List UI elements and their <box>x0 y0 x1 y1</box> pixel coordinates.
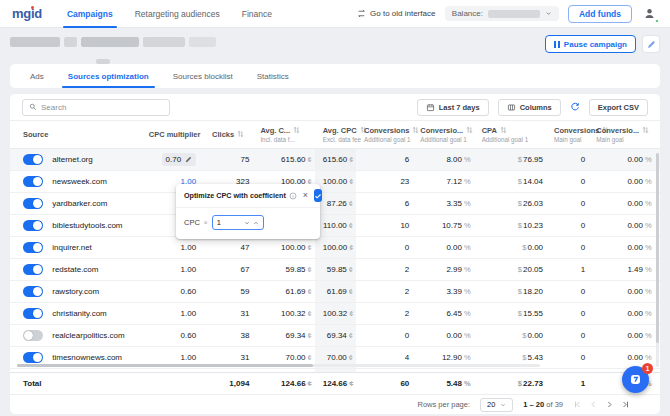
cpc-multiplier[interactable]: 0.60 <box>181 331 197 340</box>
conversions-additional-cell: 0 <box>356 324 412 346</box>
source-cell: inquirer.net <box>10 236 141 258</box>
source-toggle[interactable] <box>23 308 43 319</box>
cpc-multiplier[interactable]: 0.70 <box>162 153 197 166</box>
column-header[interactable]: Clicks <box>204 121 252 148</box>
horizontal-scrollbar[interactable] <box>17 364 540 367</box>
source-cell <box>10 368 141 372</box>
search-input[interactable] <box>41 103 163 112</box>
clicks-cell <box>204 368 252 372</box>
top-nav-tab[interactable]: Finance <box>231 0 283 28</box>
cpa-additional-cell: $0.00 <box>474 236 546 258</box>
source-toggle[interactable] <box>23 264 43 275</box>
next-page-button[interactable] <box>605 400 614 409</box>
cpc-multiplier[interactable]: 1.00 <box>181 353 197 362</box>
sort-icon[interactable] <box>466 126 473 134</box>
mgid-logo[interactable]: mgid <box>12 7 42 20</box>
source-toggle[interactable] <box>23 352 43 363</box>
conversions-additional-cell: 6 <box>356 148 412 170</box>
total-row: Total 1,094 124.66¢ 124.66¢ 60 5.48% $22… <box>10 372 660 394</box>
column-header[interactable]: Conversions Additional goal 1 <box>356 121 412 148</box>
balance-dropdown[interactable]: Balance: <box>445 6 559 21</box>
column-header[interactable]: CPA Additional goal 1 <box>474 121 546 148</box>
top-nav-tab[interactable]: Campaigns <box>56 0 124 28</box>
step-down-icon[interactable] <box>244 220 250 226</box>
edit-campaign-button[interactable] <box>642 35 660 53</box>
top-nav-tab[interactable]: Retargeting audiences <box>124 0 231 28</box>
source-name: yardbarker.com <box>52 199 107 208</box>
column-header[interactable]: Conversions Main goal <box>546 121 588 148</box>
cpc-multiplier[interactable]: 1.00 <box>181 243 197 252</box>
export-csv-button[interactable]: Export CSV <box>589 99 648 116</box>
stepper-controls <box>244 220 259 226</box>
horizontal-scrollbar-thumb[interactable] <box>17 364 313 367</box>
campaign-tab[interactable]: Sources optimization <box>56 64 161 88</box>
rows-per-page-select[interactable]: 20 <box>480 398 513 412</box>
conversions-main-cell: 0 <box>546 346 588 368</box>
cpc-multiplier[interactable]: 1.00 <box>181 309 197 318</box>
sort-icon[interactable] <box>412 126 419 134</box>
cpa-additional-cell: $15.55 <box>474 302 546 324</box>
refresh-button[interactable] <box>570 102 580 112</box>
sort-icon[interactable] <box>237 130 244 138</box>
source-toggle[interactable] <box>23 286 43 297</box>
campaign-header: Pause campaign <box>10 35 660 59</box>
campaign-tab[interactable]: Sources blocklist <box>161 64 245 88</box>
last-page-button[interactable] <box>621 400 630 409</box>
vertical-scrollbar[interactable] <box>656 153 659 367</box>
vertical-scrollbar-thumb[interactable] <box>656 153 659 343</box>
source-cell: yardbarker.com <box>10 192 141 214</box>
source-toggle[interactable] <box>23 330 43 341</box>
source-cell: newsweek.com <box>10 170 141 192</box>
account-menu[interactable] <box>641 5 658 22</box>
source-toggle[interactable] <box>23 198 43 209</box>
sort-icon[interactable] <box>293 126 300 134</box>
sort-icon[interactable] <box>642 126 649 134</box>
add-funds-button[interactable]: Add funds <box>568 5 632 23</box>
source-toggle[interactable] <box>23 220 43 231</box>
column-header[interactable]: Conversio... Main goal <box>588 121 654 148</box>
go-to-old-interface-link[interactable]: Go to old interface <box>357 9 435 18</box>
campaign-tab[interactable]: Statistics <box>245 64 301 88</box>
close-icon[interactable]: × <box>300 190 311 201</box>
cpc-multiplier-cell: 0.70 <box>141 148 204 170</box>
first-page-button[interactable] <box>573 400 582 409</box>
conversions-main-cell: 0 <box>546 170 588 192</box>
avg-cpc-excl-cell: 100.00¢ <box>315 236 356 258</box>
source-toggle[interactable] <box>23 176 43 187</box>
chat-widget[interactable]: 1 <box>622 366 649 393</box>
campaign-tab[interactable]: Ads <box>18 64 56 88</box>
columns-button[interactable]: Columns <box>498 99 561 116</box>
total-avg-cpc-incl: 124.66¢ <box>252 373 314 394</box>
step-up-icon[interactable] <box>253 220 259 226</box>
cpc-multiplier-cell <box>141 368 204 372</box>
column-header[interactable]: Avg. C... Incl. data f... <box>252 121 314 148</box>
info-icon[interactable] <box>289 192 297 200</box>
previous-page-button[interactable] <box>589 400 598 409</box>
multiply-sign: × <box>204 219 208 226</box>
column-header[interactable]: CPA Main goal <box>655 121 660 148</box>
coefficient-input[interactable] <box>217 218 237 227</box>
conversions-main-cell: 0 <box>546 148 588 170</box>
cpc-multiplier[interactable]: 0.60 <box>181 287 197 296</box>
conversion-rate-main-cell: 0.00% <box>588 214 654 236</box>
column-header[interactable]: Avg. CPC Excl. data fee <box>315 121 356 148</box>
table-row: ¢ ¢ % $ % <box>10 368 660 372</box>
table-row: newsweek.com 1.00 323 100.00¢ 100.00¢ <box>10 170 660 192</box>
column-header[interactable]: CPC multiplier <box>141 121 204 148</box>
table-row: yardbarker.com ¢ 87.26¢ 6 <box>10 192 660 214</box>
confirm-button[interactable] <box>314 189 322 202</box>
column-header[interactable]: Source <box>10 121 141 148</box>
conversions-additional-cell: 23 <box>356 170 412 192</box>
pause-campaign-button[interactable]: Pause campaign <box>545 35 636 53</box>
conversion-rate-additional-cell: 0.00% <box>412 324 473 346</box>
source-name: newsweek.com <box>52 177 107 186</box>
column-header[interactable]: Conversio... Additional goal 1 <box>412 121 473 148</box>
cpc-multiplier[interactable]: 1.00 <box>181 265 197 274</box>
avg-cpc-incl-cell: 100.32¢ <box>252 302 314 324</box>
date-range-picker[interactable]: Last 7 days <box>417 99 489 116</box>
source-toggle[interactable] <box>23 242 43 253</box>
conversions-additional-cell: 10 <box>356 214 412 236</box>
table-row: biblestudytools.com ¢ 110.00¢ <box>10 214 660 236</box>
sort-icon[interactable] <box>500 126 507 134</box>
source-toggle[interactable] <box>23 154 43 165</box>
